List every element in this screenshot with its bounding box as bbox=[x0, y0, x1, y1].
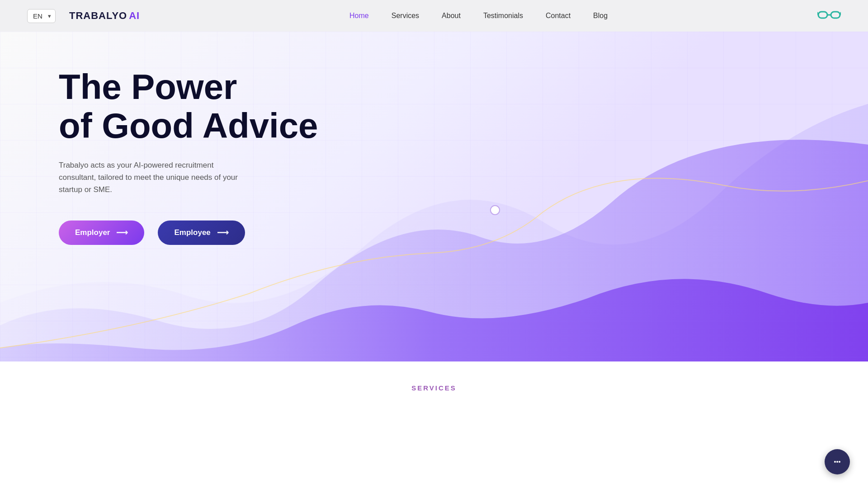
svg-point-4 bbox=[834, 461, 836, 463]
hero-title-line1: The Power bbox=[59, 67, 237, 107]
services-label: SERVICES bbox=[411, 384, 457, 392]
nav-item-testimonials[interactable]: Testimonials bbox=[483, 12, 523, 20]
glasses-icon bbox=[817, 8, 841, 23]
hero-buttons: Employer ⟶ Employee ⟶ bbox=[59, 221, 868, 245]
services-section: SERVICES bbox=[0, 361, 868, 488]
hero-content: The Power of Good Advice Trabalyo acts a… bbox=[0, 32, 868, 245]
employer-arrow-icon: ⟶ bbox=[116, 228, 128, 238]
nav-link-home[interactable]: Home bbox=[349, 12, 369, 19]
nav-link-testimonials[interactable]: Testimonials bbox=[483, 12, 523, 19]
language-select[interactable]: EN PT ES bbox=[27, 9, 56, 23]
employer-button[interactable]: Employer ⟶ bbox=[59, 221, 144, 245]
nav-item-blog[interactable]: Blog bbox=[593, 12, 608, 20]
employer-button-label: Employer bbox=[75, 228, 110, 237]
employee-button[interactable]: Employee ⟶ bbox=[158, 221, 245, 245]
nav-link-blog[interactable]: Blog bbox=[593, 12, 608, 19]
svg-point-6 bbox=[839, 461, 840, 463]
employee-button-label: Employee bbox=[174, 228, 210, 237]
hero-section: The Power of Good Advice Trabalyo acts a… bbox=[0, 32, 868, 361]
navbar-right bbox=[817, 8, 841, 23]
nav-item-contact[interactable]: Contact bbox=[546, 12, 571, 20]
svg-point-5 bbox=[836, 461, 838, 463]
language-selector-wrapper[interactable]: EN PT ES bbox=[27, 9, 56, 23]
hero-title-line2: of Good Advice bbox=[59, 106, 318, 145]
logo: TRABALYO AI bbox=[69, 10, 140, 22]
hero-title: The Power of Good Advice bbox=[59, 68, 868, 145]
logo-ai: AI bbox=[129, 10, 140, 22]
nav-menu: Home Services About Testimonials Contact… bbox=[349, 12, 608, 20]
chat-icon bbox=[832, 456, 843, 467]
navbar: EN PT ES TRABALYO AI Home Services About… bbox=[0, 0, 868, 32]
employee-arrow-icon: ⟶ bbox=[217, 228, 229, 238]
logo-text: TRABALYO bbox=[69, 10, 127, 22]
chat-button[interactable] bbox=[825, 449, 850, 474]
svg-rect-1 bbox=[831, 12, 840, 18]
nav-link-about[interactable]: About bbox=[442, 12, 461, 19]
nav-link-services[interactable]: Services bbox=[392, 12, 419, 19]
hero-subtitle: Trabalyo acts as your AI-powered recruit… bbox=[59, 159, 240, 196]
nav-item-home[interactable]: Home bbox=[349, 12, 369, 20]
navbar-left: EN PT ES TRABALYO AI bbox=[27, 9, 140, 23]
nav-item-services[interactable]: Services bbox=[392, 12, 419, 20]
svg-rect-0 bbox=[818, 12, 827, 18]
nav-link-contact[interactable]: Contact bbox=[546, 12, 571, 19]
nav-item-about[interactable]: About bbox=[442, 12, 461, 20]
